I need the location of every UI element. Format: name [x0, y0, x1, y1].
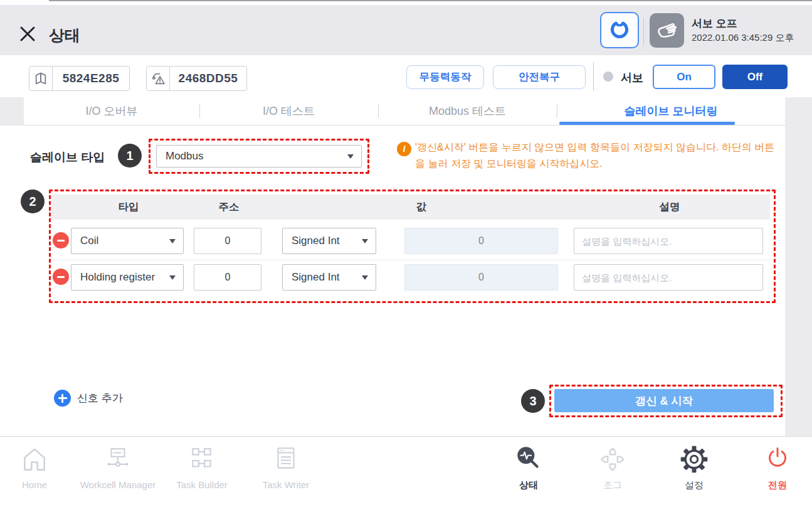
nav-label: Workcell Manager [80, 479, 156, 490]
slave-type-value: Modbus [166, 150, 203, 163]
tab-left-pad [0, 97, 24, 125]
annotation-box-3: 갱신 & 시작 [549, 385, 783, 417]
row2-description-input[interactable] [574, 264, 763, 291]
chevron-down-icon [362, 275, 368, 280]
servo-state-text: 서보 오프 [692, 16, 737, 31]
nav-label: 설정 [685, 479, 704, 491]
status-divider [593, 62, 594, 91]
row2-type-value: Holding register [80, 271, 155, 284]
col-header-value: 값 [283, 195, 559, 220]
servo-status-dot [603, 72, 613, 82]
chevron-down-icon [362, 239, 368, 243]
slave-type-label: 슬레이브 타입 [30, 149, 105, 166]
book-icon [34, 72, 48, 85]
chevron-down-icon [169, 239, 176, 243]
header-bar: 상태 서보 오프 2022.01.06 3:45:29 오후 [0, 5, 812, 55]
nav-label: 상태 [519, 479, 538, 491]
table-row: Coil Signed Int [0, 226, 785, 256]
slave-type-dropdown[interactable]: Modbus [156, 145, 362, 168]
remove-row-button[interactable] [53, 269, 69, 285]
content-right-pad [785, 125, 812, 436]
col-header-type: 타입 [72, 195, 185, 220]
tab-right-pad [785, 97, 812, 125]
controller-id-value: 5824E285 [53, 67, 129, 90]
tab-slave-monitoring[interactable]: 슬레이브 모니터링 [557, 97, 785, 125]
step-badge-1: 1 [118, 144, 142, 168]
servo-label: 서보 [621, 70, 643, 85]
step-badge-3: 3 [521, 389, 545, 413]
zero-torque-button[interactable]: 무등력동작 [406, 65, 484, 89]
add-signal-label: 신호 추가 [77, 391, 123, 405]
row1-datatype-value: Signed Int [292, 235, 340, 247]
nav-label: 전원 [768, 479, 787, 491]
remove-row-button[interactable] [53, 232, 69, 248]
tab-io-overview[interactable]: I/O 오버뷰 [24, 97, 199, 125]
safety-recovery-button[interactable]: 안전복구 [493, 65, 586, 89]
row1-type-dropdown[interactable]: Coil [71, 228, 184, 254]
col-header-address: 주소 [195, 195, 263, 220]
task-writer-icon [272, 445, 300, 474]
row1-datatype-dropdown[interactable]: Signed Int [282, 228, 376, 254]
safety-icon-cell [147, 67, 170, 90]
nav-label: Task Writer [263, 479, 310, 490]
task-builder-icon [187, 445, 216, 474]
controller-icon-cell [29, 67, 53, 90]
info-message: '갱신&시작' 버튼을 누르지 않으면 입력 항목들이 저장되지 않습니다. 하… [415, 139, 783, 172]
table-header-row: 타입 주소 값 설명 [51, 195, 770, 220]
servo-off-button[interactable]: Off [722, 65, 788, 89]
gripper-button[interactable] [600, 12, 639, 48]
add-signal-button[interactable]: 신호 추가 [54, 390, 123, 407]
hand-icon [655, 19, 679, 43]
plus-icon [54, 390, 71, 407]
header-divider [643, 18, 644, 45]
tab-io-test[interactable]: I/O 테스트 [199, 97, 378, 125]
nav-task-writer[interactable]: Task Writer [233, 443, 339, 490]
tab-modbus-test[interactable]: Modbus 테스트 [378, 97, 557, 125]
row2-datatype-value: Signed Int [292, 271, 340, 284]
row1-type-value: Coil [80, 235, 98, 247]
row2-datatype-dropdown[interactable]: Signed Int [282, 264, 376, 291]
nav-power[interactable]: 전원 [724, 443, 812, 491]
servo-on-button[interactable]: On [653, 65, 715, 89]
status-bar: 5824E285 2468DD55 무등력동작 안전복구 서보 On [0, 55, 812, 97]
safety-id-badge: 2468DD55 [146, 66, 247, 91]
close-button[interactable] [18, 24, 38, 44]
jog-dpad-icon [599, 446, 626, 473]
robot-warning-icon [151, 72, 166, 86]
nav-label: 조그 [603, 479, 622, 491]
info-icon [397, 142, 411, 156]
content-area: 슬레이브 타입 1 Modbus '갱신&시작' 버튼을 누르지 않으면 입력 … [0, 125, 812, 436]
chevron-down-icon [347, 154, 354, 159]
header-datetime: 2022.01.06 3:45:29 오후 [692, 32, 794, 44]
manual-mode-box[interactable] [650, 13, 684, 48]
close-icon [19, 25, 36, 43]
annotation-box-1: Modbus [149, 139, 369, 174]
status-screen: 상태 서보 오프 2022.01.06 3:45:29 오후 [0, 0, 812, 507]
window-top-edge [49, 0, 812, 1]
update-start-button[interactable]: 갱신 & 시작 [554, 389, 774, 412]
page-title: 상태 [49, 25, 80, 46]
chevron-down-icon [169, 275, 176, 280]
step-badge-2: 2 [21, 189, 45, 213]
workcell-manager-icon [103, 445, 132, 474]
gear-icon [680, 445, 709, 474]
row2-address-input[interactable] [194, 264, 261, 291]
gripper-icon [608, 19, 631, 41]
tab-bar: I/O 오버뷰 I/O 테스트 Modbus 테스트 슬레이브 모니터링 [0, 97, 812, 125]
row-separator [51, 260, 770, 260]
nav-label: Task Builder [176, 479, 228, 490]
row1-value-field [404, 228, 558, 254]
power-icon [764, 446, 791, 473]
home-icon [20, 445, 49, 474]
status-monitor-icon [514, 444, 544, 474]
col-header-description: 설명 [575, 195, 764, 220]
footer-nav: Home Workcell Manager [0, 436, 812, 507]
safety-id-value: 2468DD55 [170, 67, 246, 90]
table-row: Holding register Signed Int [0, 262, 785, 292]
row2-value-field [404, 264, 558, 291]
row2-type-dropdown[interactable]: Holding register [71, 264, 184, 291]
controller-id-badge: 5824E285 [29, 66, 130, 91]
nav-label: Home [22, 479, 47, 490]
row1-address-input[interactable] [194, 228, 261, 254]
row1-description-input[interactable] [574, 228, 763, 254]
